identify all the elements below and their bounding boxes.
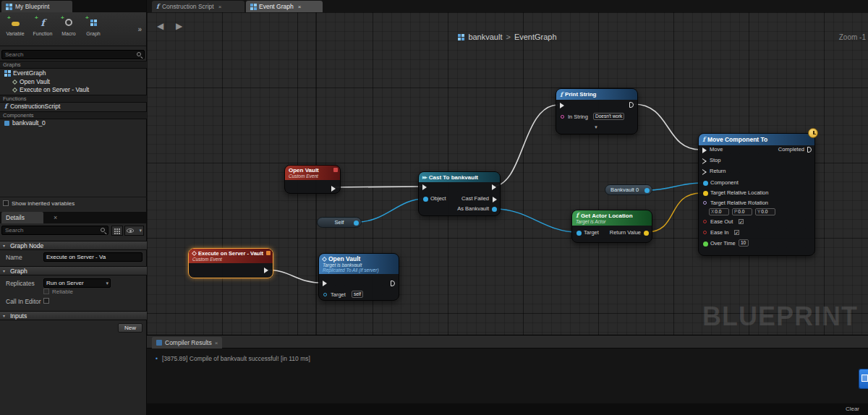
forward-arrow-button[interactable]: ▶ bbox=[176, 21, 182, 31]
exec-in-pin[interactable] bbox=[323, 281, 327, 286]
tab-construction-script[interactable]: f Construction Script × bbox=[152, 1, 244, 12]
compiler-message-row[interactable]: •[3875.89] Compile of bankvault successf… bbox=[156, 355, 310, 362]
node-header: fPrint String bbox=[556, 89, 637, 100]
sidebar-item-bankvault-0[interactable]: bankvault_0 bbox=[4, 119, 46, 127]
node-cast-to-bankvault[interactable]: ▶▶Cast To bankvault Object Cast Failed A… bbox=[418, 171, 501, 216]
breadcrumb: bankvault>EventGraph bbox=[147, 33, 868, 41]
target-relative-rotation-pin[interactable] bbox=[703, 201, 707, 205]
node-header: Open Vault Target is bankvault Replicate… bbox=[319, 254, 399, 274]
close-icon[interactable]: × bbox=[54, 214, 57, 221]
eventgraph-label: EventGraph bbox=[13, 69, 46, 77]
breadcrumb-root[interactable]: bankvault bbox=[468, 33, 502, 41]
exec-out-pin[interactable] bbox=[264, 268, 268, 273]
ease-in-pin[interactable] bbox=[703, 231, 707, 234]
as-bankvault-pin[interactable] bbox=[492, 207, 497, 212]
node-execute-on-server[interactable]: Execute on Server - Vault Custom Event bbox=[188, 248, 273, 278]
back-arrow-button[interactable]: ◀ bbox=[157, 21, 163, 31]
graph-node-section-header[interactable]: Graph Node bbox=[0, 241, 147, 250]
in-string-pin[interactable] bbox=[561, 115, 564, 119]
sidebar-item-eventgraph[interactable]: EventGraph bbox=[4, 69, 46, 77]
close-icon[interactable]: × bbox=[218, 4, 222, 10]
object-pin[interactable] bbox=[423, 197, 428, 202]
rotation-p-field[interactable]: P0.0 bbox=[732, 208, 752, 215]
name-label: Name bbox=[6, 254, 22, 261]
expand-chevrons-icon[interactable]: » bbox=[137, 25, 142, 33]
target-value-field[interactable]: self bbox=[352, 291, 363, 298]
ease-out-checkbox[interactable]: ✓ bbox=[739, 219, 744, 224]
ease-out-pin[interactable] bbox=[703, 220, 707, 223]
close-icon[interactable]: × bbox=[215, 340, 218, 346]
tab-compiler-results[interactable]: Compiler Results × bbox=[152, 337, 222, 348]
exec-in-pin[interactable] bbox=[422, 184, 427, 190]
move-exec-in-pin[interactable] bbox=[702, 147, 707, 153]
node-open-vault-event[interactable]: Open Vault Custom Event bbox=[284, 165, 341, 194]
return-value-pin[interactable] bbox=[644, 231, 649, 236]
target-pin[interactable] bbox=[576, 231, 582, 236]
components-section-header[interactable]: Components bbox=[0, 111, 147, 119]
visibility-filter-button[interactable]: ▾ bbox=[124, 226, 144, 236]
inputs-section-header[interactable]: Inputs bbox=[0, 311, 147, 320]
functions-section-header[interactable]: Functions bbox=[0, 95, 147, 103]
node-move-component-to[interactable]: fMove Component To Move Completed Stop R… bbox=[698, 133, 815, 256]
add-graph-button[interactable]: + Graph bbox=[80, 15, 107, 44]
reliable-checkbox[interactable] bbox=[43, 288, 49, 294]
ease-in-checkbox[interactable]: ✓ bbox=[734, 230, 739, 235]
graph-section-header[interactable]: Graph bbox=[0, 266, 147, 275]
show-inherited-checkbox[interactable] bbox=[3, 200, 9, 206]
exec-out-pin[interactable] bbox=[492, 184, 496, 190]
edge-notification-icon[interactable] bbox=[859, 369, 868, 389]
target-pin[interactable] bbox=[323, 293, 327, 296]
tab-event-graph[interactable]: Event Graph × bbox=[246, 1, 323, 12]
exec-out-pin[interactable] bbox=[391, 281, 395, 286]
replicates-dropdown[interactable]: Run on Server bbox=[43, 278, 111, 288]
stop-exec-in-pin[interactable] bbox=[702, 158, 707, 164]
grid-view-button[interactable] bbox=[111, 226, 123, 236]
close-icon[interactable]: × bbox=[298, 4, 302, 10]
graphs-section-header[interactable]: Graphs bbox=[0, 61, 147, 69]
node-self-variable[interactable]: Self bbox=[317, 217, 362, 228]
target-relative-location-pin[interactable] bbox=[703, 191, 708, 196]
node-get-actor-location[interactable]: fGet Actor Location Target is Actor Targ… bbox=[571, 210, 652, 243]
sidebar-item-open-vault[interactable]: Open Vault bbox=[13, 78, 50, 85]
add-variable-button[interactable]: + Variable bbox=[1, 15, 29, 44]
sidebar-item-execute-on-server[interactable]: Execute on Server - Vault bbox=[13, 86, 89, 93]
graph-viewport[interactable]: ◀ ▶ bankvault>EventGraph Zoom -1 BLUEPRI… bbox=[147, 12, 868, 335]
details-search-input[interactable]: Search bbox=[1, 226, 109, 235]
tab-my-blueprint[interactable]: My Blueprint bbox=[1, 1, 72, 12]
node-bankvault-variable[interactable]: Bankvault 0 bbox=[605, 184, 652, 195]
in-string-field[interactable]: Doesn't work bbox=[593, 113, 624, 120]
compiler-results-panel: Compiler Results × •[3875.89] Compile of… bbox=[147, 335, 868, 415]
breadcrumb-current[interactable]: EventGraph bbox=[514, 33, 557, 41]
node-header: Open Vault Custom Event bbox=[285, 166, 340, 180]
name-field[interactable]: Execute on Server - Va bbox=[43, 252, 142, 262]
node-open-vault-call[interactable]: Open Vault Target is bankvault Replicate… bbox=[318, 253, 399, 301]
rotation-y-field[interactable]: Y0.0 bbox=[755, 208, 775, 215]
new-input-button[interactable]: New bbox=[118, 323, 142, 333]
add-variable-label: Variable bbox=[1, 31, 29, 36]
completed-exec-out-pin[interactable] bbox=[807, 147, 812, 153]
show-inherited-label: Show inherited variables bbox=[12, 200, 75, 207]
expand-node-icon[interactable]: ▼ bbox=[594, 125, 598, 129]
clear-button[interactable]: Clear bbox=[846, 406, 859, 412]
add-macro-button[interactable]: + Macro bbox=[55, 15, 82, 44]
variable-out-pin[interactable] bbox=[644, 188, 650, 193]
exec-in-pin[interactable] bbox=[560, 103, 564, 108]
over-time-field[interactable]: 10 bbox=[739, 239, 749, 247]
my-blueprint-search-input[interactable]: Search bbox=[1, 50, 145, 59]
component-pin[interactable] bbox=[703, 181, 708, 186]
node-print-string[interactable]: fPrint String In String Doesn't work ▼ bbox=[556, 88, 638, 134]
rotation-x-field[interactable]: X0.0 bbox=[709, 208, 729, 215]
sidebar-item-construction-script[interactable]: f ConstructionScript bbox=[4, 103, 60, 110]
event-badge-icon bbox=[266, 251, 271, 255]
exec-out-pin[interactable] bbox=[629, 102, 634, 108]
in-string-label: In String bbox=[568, 114, 588, 120]
tab-details[interactable]: Details bbox=[1, 212, 43, 223]
exec-out-pin[interactable] bbox=[331, 186, 336, 192]
add-function-button[interactable]: +f Function bbox=[29, 15, 56, 44]
variable-out-pin[interactable] bbox=[354, 221, 359, 226]
over-time-pin[interactable] bbox=[703, 241, 708, 247]
cast-failed-pin[interactable] bbox=[493, 197, 497, 202]
call-in-editor-checkbox[interactable] bbox=[43, 298, 49, 304]
return-exec-in-pin[interactable] bbox=[702, 169, 707, 175]
eventgraph-icon bbox=[250, 4, 256, 9]
